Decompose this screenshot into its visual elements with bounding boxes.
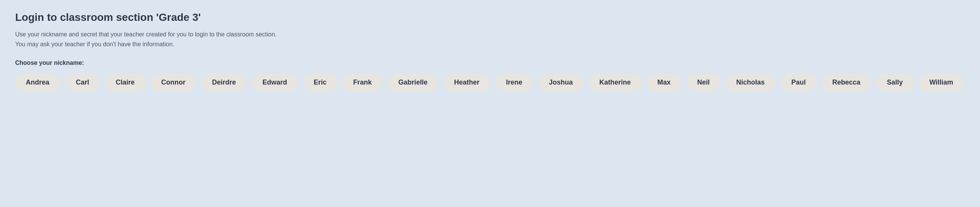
nickname-button[interactable]: Deirdre <box>201 73 247 92</box>
nickname-button[interactable]: Edward <box>252 73 298 92</box>
nickname-button[interactable]: Connor <box>151 73 196 92</box>
nickname-button[interactable]: Irene <box>495 73 533 92</box>
nickname-button[interactable]: William <box>919 73 964 92</box>
nickname-button[interactable]: Neil <box>686 73 720 92</box>
page-title: Login to classroom section 'Grade 3' <box>15 11 965 24</box>
nickname-button[interactable]: Gabrielle <box>388 73 438 92</box>
nickname-button[interactable]: Heather <box>443 73 490 92</box>
nickname-button[interactable]: Joshua <box>538 73 583 92</box>
description-line1: Use your nickname and secret that your t… <box>15 31 277 38</box>
nickname-button[interactable]: Max <box>647 73 681 92</box>
description: Use your nickname and secret that your t… <box>15 30 965 49</box>
nickname-button[interactable]: Eric <box>303 73 337 92</box>
nickname-button[interactable]: Carl <box>65 73 100 92</box>
nickname-grid: AndreaCarlClaireConnorDeirdreEdwardEricF… <box>15 73 965 92</box>
nickname-button[interactable]: Andrea <box>15 73 60 92</box>
nickname-button[interactable]: Claire <box>105 73 145 92</box>
nickname-button[interactable]: Katherine <box>589 73 641 92</box>
nickname-button[interactable]: Rebecca <box>821 73 871 92</box>
nickname-button[interactable]: Paul <box>781 73 816 92</box>
description-line2: You may ask your teacher if you don't ha… <box>15 41 175 48</box>
page-container: Login to classroom section 'Grade 3' Use… <box>15 11 965 92</box>
nickname-button[interactable]: Sally <box>876 73 913 92</box>
nickname-button[interactable]: Frank <box>342 73 382 92</box>
choose-nickname-label: Choose your nickname: <box>15 59 965 66</box>
nickname-button[interactable]: Nicholas <box>725 73 775 92</box>
